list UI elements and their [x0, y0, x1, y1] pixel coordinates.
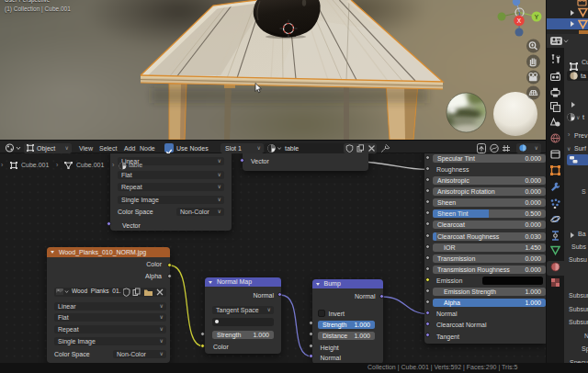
svg-text:X: X	[517, 17, 522, 24]
svg-text:Y: Y	[535, 14, 539, 20]
